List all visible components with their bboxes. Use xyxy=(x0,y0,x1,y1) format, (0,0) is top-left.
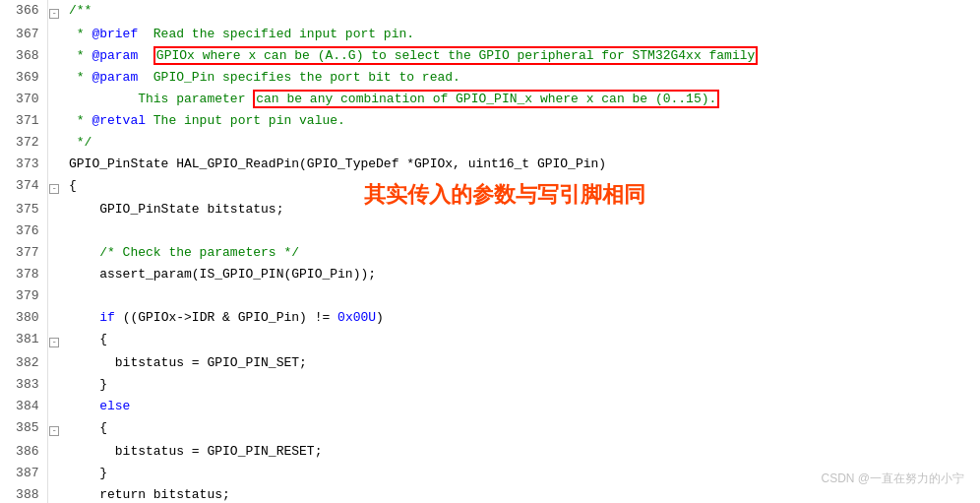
table-row: 379 xyxy=(0,285,980,307)
line-number: 373 xyxy=(0,154,47,175)
table-row: 373GPIO_PinState HAL_GPIO_ReadPin(GPIO_T… xyxy=(0,154,980,175)
table-row: 369 * @param GPIO_Pin specifies the port… xyxy=(0,67,980,89)
fold-col xyxy=(47,264,61,285)
line-number: 368 xyxy=(0,45,47,67)
line-number: 387 xyxy=(0,463,47,484)
table-row: 383 } xyxy=(0,374,980,396)
fold-col xyxy=(47,396,61,417)
line-number: 371 xyxy=(0,110,47,132)
fold-col xyxy=(47,441,61,463)
line-number: 372 xyxy=(0,132,47,154)
fold-col: - xyxy=(47,175,61,199)
code-line: } xyxy=(61,374,980,396)
fold-col xyxy=(47,242,61,264)
code-line: * @retval The input port pin value. xyxy=(61,110,980,132)
table-row: 376 xyxy=(0,220,980,242)
table-row: 381- { xyxy=(0,329,980,352)
code-line: * @param GPIO_Pin specifies the port bit… xyxy=(61,67,980,89)
table-row: 385- { xyxy=(0,417,980,441)
code-line: bitstatus = GPIO_PIN_RESET; xyxy=(61,441,980,463)
code-line xyxy=(61,220,980,242)
table-row: 366-/** xyxy=(0,0,980,24)
fold-col xyxy=(47,45,61,67)
fold-col xyxy=(47,154,61,175)
table-row: 368 * @param GPIOx where x can be (A..G)… xyxy=(0,45,980,67)
fold-col xyxy=(47,220,61,242)
line-number: 369 xyxy=(0,67,47,89)
table-row: 372 */ xyxy=(0,132,980,154)
table-row: 384 else xyxy=(0,396,980,417)
code-line: */ xyxy=(61,132,980,154)
fold-col xyxy=(47,307,61,329)
line-number: 386 xyxy=(0,441,47,463)
fold-icon[interactable]: - xyxy=(49,184,59,194)
line-number: 384 xyxy=(0,396,47,417)
code-line: else xyxy=(61,396,980,417)
fold-icon[interactable]: - xyxy=(49,426,59,436)
table-row: 370 This parameter can be any combinatio… xyxy=(0,89,980,110)
line-number: 380 xyxy=(0,307,47,329)
line-number: 374 xyxy=(0,175,47,199)
fold-col xyxy=(47,199,61,220)
line-number: 383 xyxy=(0,374,47,396)
fold-col: - xyxy=(47,417,61,441)
watermark: CSDN @一直在努力的小宁 xyxy=(821,471,964,487)
line-number: 370 xyxy=(0,89,47,110)
line-number: 367 xyxy=(0,24,47,45)
code-viewer: 366-/**367 * @brief Read the specified i… xyxy=(0,0,980,503)
line-number: 382 xyxy=(0,352,47,374)
code-line: if ((GPIOx->IDR & GPIO_Pin) != 0x00U) xyxy=(61,307,980,329)
code-line: * @param GPIOx where x can be (A..G) to … xyxy=(61,45,980,67)
code-line: * @brief Read the specified input port p… xyxy=(61,24,980,45)
line-number: 388 xyxy=(0,484,47,503)
line-number: 381 xyxy=(0,329,47,352)
line-number: 379 xyxy=(0,285,47,307)
line-number: 377 xyxy=(0,242,47,264)
code-line: { xyxy=(61,329,980,352)
fold-col: - xyxy=(47,329,61,352)
code-line: { xyxy=(61,417,980,441)
line-number: 375 xyxy=(0,199,47,220)
table-row: 378 assert_param(IS_GPIO_PIN(GPIO_Pin)); xyxy=(0,264,980,285)
fold-col xyxy=(47,67,61,89)
table-row: 377 /* Check the parameters */ xyxy=(0,242,980,264)
line-number: 385 xyxy=(0,417,47,441)
table-row: 386 bitstatus = GPIO_PIN_RESET; xyxy=(0,441,980,463)
table-row: 380 if ((GPIOx->IDR & GPIO_Pin) != 0x00U… xyxy=(0,307,980,329)
code-line: /* Check the parameters */ xyxy=(61,242,980,264)
code-line xyxy=(61,285,980,307)
fold-col xyxy=(47,24,61,45)
code-line: bitstatus = GPIO_PIN_SET; xyxy=(61,352,980,374)
fold-icon[interactable]: - xyxy=(49,338,59,347)
fold-col xyxy=(47,285,61,307)
fold-col xyxy=(47,89,61,110)
code-line: assert_param(IS_GPIO_PIN(GPIO_Pin)); xyxy=(61,264,980,285)
table-row: 367 * @brief Read the specified input po… xyxy=(0,24,980,45)
line-number: 376 xyxy=(0,220,47,242)
fold-col: - xyxy=(47,0,61,24)
annotation-text: 其实传入的参数与写引脚相同 xyxy=(364,180,645,210)
fold-col xyxy=(47,484,61,503)
code-line: /** xyxy=(61,0,980,24)
code-table: 366-/**367 * @brief Read the specified i… xyxy=(0,0,980,503)
code-line: GPIO_PinState HAL_GPIO_ReadPin(GPIO_Type… xyxy=(61,154,980,175)
fold-col xyxy=(47,352,61,374)
line-number: 366 xyxy=(0,0,47,24)
fold-col xyxy=(47,463,61,484)
line-number: 378 xyxy=(0,264,47,285)
fold-col xyxy=(47,374,61,396)
fold-col xyxy=(47,132,61,154)
fold-icon[interactable]: - xyxy=(49,9,59,19)
code-line: This parameter can be any combination of… xyxy=(61,89,980,110)
fold-col xyxy=(47,110,61,132)
table-row: 371 * @retval The input port pin value. xyxy=(0,110,980,132)
table-row: 382 bitstatus = GPIO_PIN_SET; xyxy=(0,352,980,374)
